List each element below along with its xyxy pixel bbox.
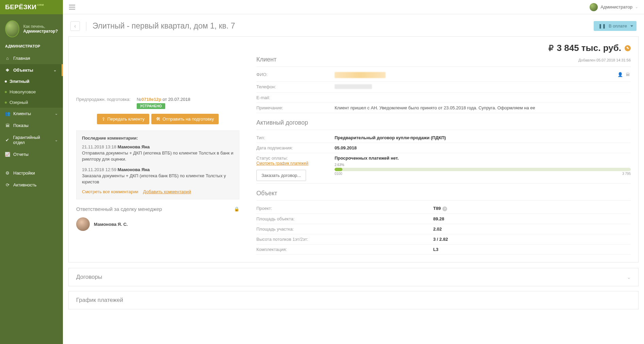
share-icon: ⇪	[102, 116, 105, 122]
tools-icon: 🛠	[156, 116, 160, 122]
comments-heading: Последние комментарии:	[82, 135, 234, 141]
comment-item: 21.11.2018 13:18 Мамонова Яна Отправила …	[82, 144, 234, 163]
nav-reports[interactable]: 📈Отчеты	[0, 148, 63, 160]
home-icon: ⌂	[5, 56, 10, 61]
chart-icon: 📈	[5, 152, 10, 157]
topbar: Администратор ⌄	[63, 0, 644, 14]
client-heading: Клиент	[256, 56, 276, 65]
payment-progress: 2.63% 01003 795	[335, 162, 631, 176]
menu-toggle-icon[interactable]	[69, 5, 75, 10]
chevron-down-icon: ⌄	[55, 138, 58, 142]
client-added-ts: Добавлен 05.07.2018 14:31:56	[578, 58, 631, 62]
price: ₽ 3 845 тыс. руб. ✎	[548, 43, 631, 53]
send-prepare-button[interactable]: 🛠Отправить на подготовку	[151, 114, 219, 124]
chevron-down-icon: ⌄	[627, 275, 631, 280]
status-dropdown[interactable]: ❚❚ В оплате	[594, 21, 637, 31]
avatar	[590, 3, 598, 11]
nav-home[interactable]: ⌂Главная	[0, 52, 63, 64]
object-table: Проект:Т89? Площадь объекта:89.28 Площад…	[256, 203, 631, 255]
order-contract-button[interactable]: Заказать договор...	[256, 170, 306, 181]
shield-icon: ✔	[5, 138, 10, 142]
redacted-phone	[335, 84, 372, 89]
page-header: ‹ Элитный - первый квартал, дом 1, кв. 7…	[63, 14, 644, 36]
subnav-elite[interactable]: Элитный	[0, 76, 63, 87]
nav-shows[interactable]: 🏛Показы	[0, 120, 63, 131]
nav-settings[interactable]: ⚙Настройки	[0, 167, 63, 179]
presale-doc: №0718e12p от 20.07.2018	[137, 97, 190, 102]
greeting: Как печень, Администратор?	[23, 24, 58, 34]
redacted-fio	[335, 72, 386, 78]
ruble-icon: ₽	[548, 43, 554, 53]
presale-label: Предпродажн. подготовка:	[76, 97, 131, 102]
divider	[86, 22, 86, 31]
object-heading: Объект	[256, 190, 277, 198]
layers-icon: ❖	[5, 68, 10, 73]
activity-icon: ⟳	[5, 183, 10, 187]
wallet-icon: ❚❚	[598, 23, 606, 29]
nav-warranty[interactable]: ✔Гарантийный отдел⌄	[0, 131, 63, 148]
manager-avatar[interactable]	[76, 217, 90, 231]
top-user-menu[interactable]: Администратор ⌄	[590, 3, 638, 11]
nav-clients[interactable]: 👥Клиенты⌄	[0, 108, 63, 120]
subnav-ozerny[interactable]: Озерный	[0, 97, 63, 108]
sidebar: БЕРЁЗКИCRM Как печень, Администратор? АД…	[0, 0, 63, 344]
comments-box: Последние комментарии: 21.11.2018 13:18 …	[76, 130, 239, 199]
back-button[interactable]: ‹	[70, 21, 80, 31]
avatar[interactable]	[5, 20, 19, 37]
role-label: АДМИНИСТРАТОР	[0, 41, 63, 52]
manager-heading: Ответственный за сделку менеджер 🔒	[76, 206, 239, 213]
contract-table: Тип:Предварительный договор купли-продаж…	[256, 133, 631, 184]
building-icon: 🏛	[5, 123, 10, 128]
nav-activity[interactable]: ⟳Активность	[0, 179, 63, 191]
client-table: ФИО:👤 🏛 Телефон: E-mail: Примечание:Клие…	[256, 70, 631, 113]
edit-price-button[interactable]: ✎	[625, 45, 631, 51]
chevron-down-icon: ⌄	[635, 5, 638, 9]
info-icon[interactable]: ?	[442, 206, 447, 211]
logo-text: БЕРЁЗКИCRM	[5, 3, 44, 11]
lock-icon: 🔒	[234, 206, 239, 212]
manager-name: Мамонова Я. С.	[94, 222, 128, 227]
main-panel: ₽ 3 845 тыс. руб. ✎ Предпродажн. подгото…	[68, 36, 639, 262]
accordion-schedule[interactable]: График платежей	[68, 291, 639, 309]
gear-icon: ⚙	[5, 171, 10, 176]
top-user-name: Администратор	[600, 4, 632, 10]
subnav-novolugovoe[interactable]: Новолуговое	[0, 87, 63, 97]
chevron-down-icon: ⌄	[53, 68, 56, 72]
presale-row: Предпродажн. подготовка: №0718e12p от 20…	[76, 97, 239, 109]
contract-heading: Активный договор	[256, 119, 308, 128]
view-all-comments-link[interactable]: Смотреть все комментарии	[82, 189, 138, 194]
nav-objects[interactable]: ❖Объекты⌄	[0, 64, 63, 76]
chevron-down-icon: ⌄	[55, 111, 58, 116]
client-action-icons[interactable]: 👤 🏛	[617, 72, 631, 77]
comment-item: 19.11.2018 12:59 Мамонова Яна Заказала д…	[82, 167, 234, 185]
manager-row: Мамонова Я. С.	[76, 217, 239, 231]
payment-schedule-link[interactable]: Смотреть график платежей	[256, 161, 308, 166]
add-comment-link[interactable]: Добавить комментарий	[143, 189, 191, 194]
users-icon: 👥	[5, 111, 10, 116]
page-title: Элитный - первый квартал, дом 1, кв. 7	[92, 21, 235, 31]
presale-status-badge: УСТРАНЕНО	[137, 103, 165, 109]
presale-doc-link[interactable]: 0718e12p	[141, 97, 162, 102]
sidebar-user-block: Как печень, Администратор?	[0, 14, 63, 41]
accordion-contracts[interactable]: Договоры ⌄	[68, 268, 639, 286]
logo[interactable]: БЕРЁЗКИCRM	[0, 0, 63, 14]
transfer-client-button[interactable]: ⇪Передать клиенту	[97, 114, 149, 124]
